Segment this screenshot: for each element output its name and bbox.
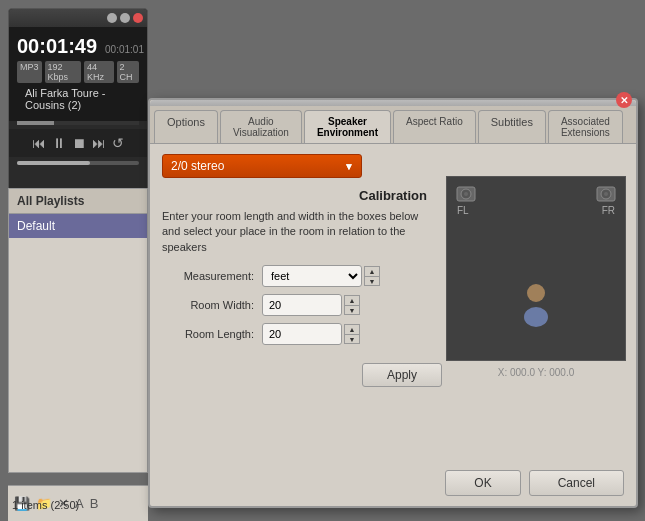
speaker-fl-label: FL xyxy=(457,205,469,216)
stop-button[interactable]: ⏹ xyxy=(72,135,86,151)
room-width-control: ▲ ▼ xyxy=(262,294,360,316)
repeat-button[interactable]: ↺ xyxy=(112,135,124,151)
pause-button[interactable]: ⏸ xyxy=(52,135,66,151)
room-width-spinner: ▲ ▼ xyxy=(344,295,360,315)
measurement-control: feet meters ▲ ▼ xyxy=(262,265,380,287)
volume-bar[interactable] xyxy=(17,161,139,165)
tab-bar: Options AudioVisualization SpeakerEnviro… xyxy=(150,106,636,144)
apply-button[interactable]: Apply xyxy=(362,363,442,387)
player-titlebar xyxy=(9,9,147,27)
badge-format: MP3 xyxy=(17,61,42,83)
player-time-sub: 00:01:01 xyxy=(105,44,144,55)
sidebar-item-default[interactable]: Default xyxy=(9,214,147,238)
sidebar-header: All Playlists xyxy=(9,189,147,214)
measurement-spinner: ▲ ▼ xyxy=(364,266,380,286)
tab-associated-extensions[interactable]: AssociatedExtensions xyxy=(548,110,623,143)
tab-aspect-ratio[interactable]: Aspect Ratio xyxy=(393,110,476,143)
player-time-main: 00:01:49 xyxy=(17,35,97,58)
room-width-input[interactable] xyxy=(262,294,342,316)
tab-speaker-environment[interactable]: SpeakerEnvironment xyxy=(304,110,391,143)
person-icon xyxy=(518,283,554,330)
dialog-footer: OK Cancel xyxy=(445,470,624,496)
tab-subtitles[interactable]: Subtitles xyxy=(478,110,546,143)
room-length-down-button[interactable]: ▼ xyxy=(344,334,360,344)
coordinates-display: X: 000.0 Y: 000.0 xyxy=(446,365,626,379)
extra-icon[interactable]: B xyxy=(90,496,99,511)
room-length-label: Room Length: xyxy=(162,328,262,340)
player-track: Ali Farka Toure - Cousins (2) xyxy=(17,83,139,117)
svg-point-6 xyxy=(527,284,545,302)
dialog: ✕ Options AudioVisualization SpeakerEnvi… xyxy=(148,98,638,508)
room-length-control: ▲ ▼ xyxy=(262,323,360,345)
dialog-titlebar: ✕ xyxy=(150,100,636,106)
room-length-spinner: ▲ ▼ xyxy=(344,324,360,344)
tab-options[interactable]: Options xyxy=(154,110,218,143)
ok-button[interactable]: OK xyxy=(445,470,520,496)
volume-fill xyxy=(17,161,90,165)
svg-point-2 xyxy=(464,192,468,196)
measurement-select[interactable]: feet meters xyxy=(262,265,362,287)
svg-point-5 xyxy=(604,192,608,196)
room-length-up-button[interactable]: ▲ xyxy=(344,324,360,334)
badge-channels: 2 CH xyxy=(117,61,139,83)
svg-point-7 xyxy=(524,307,548,327)
maximize-button[interactable] xyxy=(120,13,130,23)
next-button[interactable]: ⏭ xyxy=(92,135,106,151)
cancel-button[interactable]: Cancel xyxy=(529,470,624,496)
coordinates-text: X: 000.0 Y: 000.0 xyxy=(498,367,575,378)
speaker-diagram: FL FR xyxy=(446,176,626,361)
player-badges: MP3 192 Kbps 44 KHz 2 CH xyxy=(17,61,139,83)
measurement-down-button[interactable]: ▼ xyxy=(364,276,380,286)
badge-bitrate: 192 Kbps xyxy=(45,61,81,83)
sidebar: All Playlists Default xyxy=(8,188,148,473)
player-controls: ⏮ ⏸ ⏹ ⏭ ↺ xyxy=(9,129,147,157)
room-width-down-button[interactable]: ▼ xyxy=(344,305,360,315)
dialog-close-button[interactable]: ✕ xyxy=(616,92,632,108)
player-progress-bar[interactable] xyxy=(17,121,139,125)
room-width-label: Room Width: xyxy=(162,299,262,311)
speaker-fr-label: FR xyxy=(602,205,615,216)
measurement-label: Measurement: xyxy=(162,270,262,282)
status-bar: 1 items (2:50) xyxy=(12,499,79,511)
badge-samplerate: 44 KHz xyxy=(84,61,114,83)
room-length-input[interactable] xyxy=(262,323,342,345)
speaker-mode-select-wrapper: 2/0 stereo 5.1 surround 7.1 surround ▼ xyxy=(162,154,362,178)
room-width-up-button[interactable]: ▲ xyxy=(344,295,360,305)
measurement-up-button[interactable]: ▲ xyxy=(364,266,380,276)
status-text: 1 items (2:50) xyxy=(12,499,79,511)
speaker-mode-row: 2/0 stereo 5.1 surround 7.1 surround ▼ xyxy=(162,154,624,178)
tab-audio-visualization[interactable]: AudioVisualization xyxy=(220,110,302,143)
minimize-button[interactable] xyxy=(107,13,117,23)
speaker-mode-select[interactable]: 2/0 stereo 5.1 surround 7.1 surround xyxy=(162,154,362,178)
player-progress-fill xyxy=(17,121,54,125)
prev-button[interactable]: ⏮ xyxy=(32,135,46,151)
player-time-area: 00:01:49 00:01:01 MP3 192 Kbps 44 KHz 2 … xyxy=(9,27,147,121)
close-button[interactable] xyxy=(133,13,143,23)
calibration-description: Enter your room length and width in the … xyxy=(162,209,422,255)
